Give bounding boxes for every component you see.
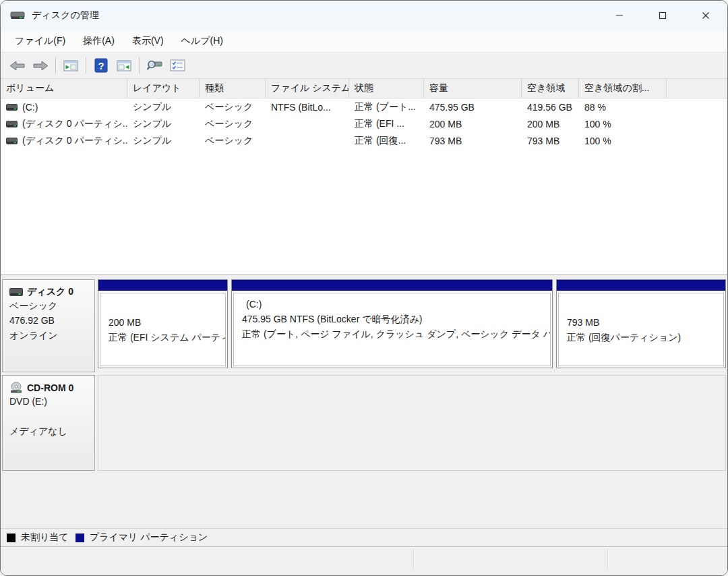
partition-efi[interactable]: 200 MB 正常 (EFI システム パーティ: [98, 279, 228, 368]
cdrom-drive-letter: DVD (E:): [9, 394, 88, 409]
toolbar-separator: [55, 57, 56, 74]
layout-cell: シンプル: [127, 135, 200, 147]
status-cell: 正常 (回復...: [349, 135, 424, 147]
type-cell: ベーシック: [200, 135, 266, 147]
customize-view-button[interactable]: [166, 55, 189, 76]
checklist-icon: [170, 59, 185, 71]
titlebar: ディスクの管理: [1, 1, 727, 30]
volume-drive-icon: [6, 121, 18, 127]
percent-free-cell: 100 %: [579, 136, 667, 146]
minimize-button[interactable]: [598, 1, 641, 30]
cdrom-name: CD-ROM 0: [27, 382, 73, 393]
column-header-type[interactable]: 種類: [200, 79, 266, 98]
partition-status: 正常 (回復パーティション): [567, 330, 715, 345]
capacity-cell: 793 MB: [424, 136, 522, 146]
disk0-strip: ディスク 0 ベーシック 476.92 GB オンライン 200 MB 正常 (…: [2, 279, 726, 372]
help-icon: ?: [94, 58, 108, 73]
column-header-free-space[interactable]: 空き領域: [522, 79, 579, 98]
table-row-volume-c[interactable]: (C:) シンプル ベーシック NTFS (BitLo... 正常 (ブート..…: [1, 98, 727, 115]
cdrom-disc-icon: [9, 382, 23, 394]
menu-action[interactable]: 操作(A): [74, 32, 123, 50]
toolbar-separator: [139, 57, 140, 74]
column-header-percent-free[interactable]: 空き領域の割...: [579, 79, 667, 98]
percent-free-cell: 100 %: [579, 119, 667, 129]
legend-label: プライマリ パーティション: [90, 531, 208, 544]
column-header-volume[interactable]: ボリューム: [1, 79, 127, 98]
partition-status: 正常 (EFI システム パーティ: [109, 330, 217, 345]
action-pane-icon: [117, 60, 131, 71]
help-button[interactable]: ?: [90, 55, 113, 76]
disk0-partitions: 200 MB 正常 (EFI システム パーティ (C:) 475.95 GB …: [95, 279, 726, 372]
unallocated-swatch: [7, 534, 16, 542]
console-tree-icon: [63, 60, 78, 71]
disk0-size: 476.92 GB: [9, 313, 88, 328]
table-row-recovery-partition[interactable]: (ディスク 0 パーティシ... シンプル ベーシック 正常 (回復... 79…: [1, 132, 727, 149]
partition-color-strip: [98, 280, 227, 291]
column-header-empty: [667, 79, 727, 98]
cdrom-strip: CD-ROM 0 DVD (E:) メディアなし: [2, 375, 726, 471]
percent-free-cell: 88 %: [579, 102, 667, 113]
back-arrow-icon: [9, 60, 26, 71]
layout-cell: シンプル: [127, 101, 200, 113]
disk0-info-panel[interactable]: ディスク 0 ベーシック 476.92 GB オンライン: [2, 279, 95, 372]
volume-drive-icon: [6, 104, 18, 111]
window-title: ディスクの管理: [32, 9, 99, 22]
menu-bar: ファイル(F) 操作(A) 表示(V) ヘルプ(H): [1, 30, 727, 53]
file-system-cell: NTFS (BitLo...: [266, 102, 349, 113]
volume-name-cell: (ディスク 0 パーティシ...: [1, 135, 127, 147]
column-header-file-system[interactable]: ファイル システム: [266, 79, 349, 98]
svg-text:?: ?: [98, 60, 104, 71]
layout-cell: シンプル: [127, 118, 200, 130]
type-cell: ベーシック: [200, 118, 266, 130]
volume-list: ボリューム レイアウト 種類 ファイル システム 状態 容量 空き領域 空き領域…: [1, 79, 727, 275]
disk-drive-icon: [9, 288, 23, 296]
menu-help[interactable]: ヘルプ(H): [173, 32, 232, 50]
magnifier-drive-icon: [146, 59, 163, 71]
partition-size: 200 MB: [109, 315, 217, 330]
partition-color-strip: [557, 280, 725, 291]
show-action-pane-button[interactable]: [113, 55, 135, 76]
status-bar-divider: [607, 549, 609, 569]
cdrom-empty-region[interactable]: [98, 375, 726, 471]
primary-partition-swatch: [75, 534, 84, 542]
partition-c[interactable]: (C:) 475.95 GB NTFS (BitLocker で暗号化済み) 正…: [231, 279, 553, 368]
back-button[interactable]: [6, 55, 29, 76]
legend-item-primary-partition: プライマリ パーティション: [75, 531, 208, 544]
disk0-type: ベーシック: [9, 298, 88, 313]
properties-button[interactable]: [143, 55, 166, 76]
status-cell: 正常 (EFI ...: [349, 118, 424, 130]
legend-item-unallocated: 未割り当て: [7, 531, 69, 544]
free-space-cell: 200 MB: [522, 119, 579, 129]
caption-buttons: [598, 1, 727, 30]
volume-name-cell: (ディスク 0 パーティシ...: [1, 118, 127, 130]
forward-button[interactable]: [29, 55, 52, 76]
partition-color-strip: [232, 280, 552, 291]
menu-file[interactable]: ファイル(F): [6, 32, 74, 50]
status-bar-divider: [413, 549, 415, 569]
cdrom-media-status: メディアなし: [9, 424, 88, 438]
volume-name: (C:): [22, 102, 38, 113]
partition-status: 正常 (ブート, ページ ファイル, クラッシュ ダンプ, ベーシック データ …: [242, 326, 542, 341]
capacity-cell: 200 MB: [424, 119, 522, 129]
column-header-layout[interactable]: レイアウト: [127, 79, 200, 98]
menu-view[interactable]: 表示(V): [123, 32, 173, 50]
capacity-cell: 475.95 GB: [424, 102, 522, 113]
volume-name-cell: (C:): [1, 102, 127, 113]
toolbar-separator: [86, 57, 86, 74]
volume-drive-icon: [6, 138, 18, 144]
partition-size: 475.95 GB NTFS (BitLocker で暗号化済み): [242, 312, 542, 326]
show-console-tree-button[interactable]: [59, 55, 82, 76]
forward-arrow-icon: [32, 60, 49, 71]
disk-management-window: ディスクの管理 ファイル(F) 操作(A) 表示(V) ヘルプ(H): [0, 0, 728, 576]
maximize-button[interactable]: [641, 1, 684, 30]
cdrom-info-panel[interactable]: CD-ROM 0 DVD (E:) メディアなし: [2, 375, 95, 471]
partition-recovery[interactable]: 793 MB 正常 (回復パーティション): [556, 279, 726, 368]
table-row-efi-partition[interactable]: (ディスク 0 パーティシ... シンプル ベーシック 正常 (EFI ... …: [1, 115, 727, 132]
close-button[interactable]: [684, 1, 727, 30]
column-header-status[interactable]: 状態: [349, 79, 424, 98]
volume-name: (ディスク 0 パーティシ...: [22, 135, 127, 147]
volume-name: (ディスク 0 パーティシ...: [22, 118, 127, 130]
toolbar: ?: [1, 53, 727, 79]
column-header-capacity[interactable]: 容量: [424, 79, 522, 98]
disk0-status: オンライン: [9, 328, 88, 343]
